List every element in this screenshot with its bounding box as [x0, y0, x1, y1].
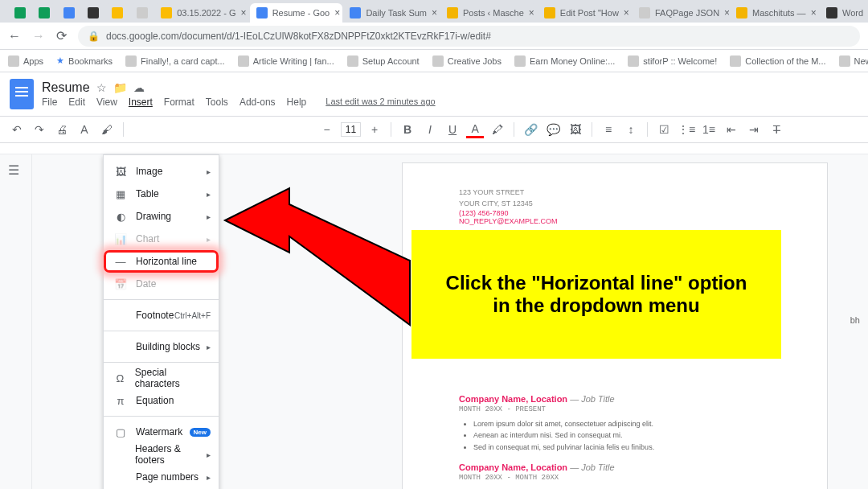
close-icon[interactable]: ×	[724, 7, 729, 18]
menu-format[interactable]: Format	[164, 97, 194, 108]
increase-indent-icon[interactable]: ⇥	[745, 121, 763, 138]
bookmark-item[interactable]: Collection of the M...	[730, 55, 825, 67]
close-icon[interactable]: ×	[529, 7, 534, 18]
browser-tab[interactable]	[8, 3, 31, 23]
menu-addons[interactable]: Add-ons	[240, 97, 276, 108]
undo-icon[interactable]: ↶	[8, 121, 26, 138]
redo-icon[interactable]: ↷	[31, 121, 48, 138]
star-icon: ★	[56, 55, 64, 66]
image-icon: 🖼	[113, 166, 128, 178]
menu-item-image[interactable]: 🖼Image▸	[104, 160, 219, 183]
increase-size-icon[interactable]: +	[366, 121, 383, 138]
browser-tab-active[interactable]: Resume - Goo×	[250, 3, 343, 23]
reload-button[interactable]: ⟳	[56, 28, 67, 43]
bookmark-item[interactable]: Earn Money Online:...	[514, 55, 615, 67]
menu-help[interactable]: Help	[287, 97, 307, 108]
browser-tab[interactable]: 03.15.2022 - G×	[154, 3, 249, 23]
tab-label: Edit Post "How	[560, 8, 619, 18]
bookmarks-folder[interactable]: ★Bookmarks	[56, 55, 113, 66]
menu-item-table[interactable]: ▦Table▸	[104, 183, 219, 205]
close-icon[interactable]: ×	[624, 7, 629, 18]
bookmark-favicon	[628, 55, 639, 67]
forward-button[interactable]: →	[32, 29, 45, 43]
close-icon[interactable]: ×	[811, 7, 817, 18]
print-icon[interactable]: 🖨	[53, 121, 71, 138]
bookmark-item[interactable]: Setup Account	[347, 55, 420, 67]
close-icon[interactable]: ×	[432, 7, 437, 18]
numbered-list-icon[interactable]: 1≡	[700, 121, 718, 138]
menu-item-page-numbers[interactable]: Page numbers▸	[104, 466, 219, 488]
menu-item-chart[interactable]: 📊Chart▸	[104, 228, 219, 250]
browser-tab[interactable]	[81, 3, 104, 23]
line-spacing-icon[interactable]: ↕	[622, 121, 640, 138]
bookmark-favicon	[432, 55, 444, 67]
docs-logo-icon[interactable]	[10, 79, 34, 109]
back-button[interactable]: ←	[8, 29, 21, 43]
menu-item-drawing[interactable]: ◐Drawing▸	[104, 205, 219, 228]
menu-item-headers-footers[interactable]: Headers & footers▸	[104, 443, 219, 466]
image-icon[interactable]: 🖼	[567, 121, 584, 138]
apps-button[interactable]: Apps	[8, 55, 43, 67]
menu-tools[interactable]: Tools	[206, 97, 228, 108]
menu-item-horizontal-line[interactable]: —Horizontal line	[104, 250, 219, 273]
bookmark-item[interactable]: Article Writing | fan...	[238, 55, 334, 67]
date-range: MONTH 20XX - PRESENT	[459, 405, 771, 413]
bold-icon[interactable]: B	[399, 121, 416, 138]
browser-tab[interactable]: Daily Task Sum×	[343, 3, 440, 23]
bookmark-item[interactable]: stiforP :: Welcome!	[628, 55, 717, 67]
address-phone: (123) 456-7890	[459, 209, 771, 217]
menu-edit[interactable]: Edit	[68, 97, 85, 108]
document-title[interactable]: Resume	[42, 80, 90, 95]
bullet-list-icon[interactable]: ⋮≡	[678, 121, 695, 138]
spellcheck-icon[interactable]: A	[76, 121, 93, 138]
clear-format-icon[interactable]: T̶	[768, 121, 785, 138]
menu-item-footnote[interactable]: FootnoteCtrl+Alt+F	[104, 304, 219, 327]
browser-tab[interactable]	[130, 3, 154, 23]
move-icon[interactable]: 📁	[113, 81, 127, 94]
browser-tab[interactable]: Posts ‹ Masche×	[440, 3, 537, 23]
highlight-icon[interactable]: 🖍	[489, 121, 506, 138]
font-size-input[interactable]: 11	[341, 122, 361, 137]
text-color-icon[interactable]: A	[466, 121, 484, 138]
cloud-icon[interactable]: ☁	[133, 81, 145, 94]
browser-tab[interactable]	[32, 3, 55, 23]
bookmark-label: Collection of the M...	[745, 56, 825, 66]
menu-item-equation[interactable]: πEquation	[104, 389, 219, 412]
menu-file[interactable]: File	[42, 97, 57, 108]
menu-item-building-blocks[interactable]: Building blocks▸	[104, 335, 219, 358]
checklist-icon[interactable]: ☑	[655, 121, 673, 138]
menu-item-date[interactable]: 📅Date	[104, 273, 219, 295]
browser-tab[interactable]	[105, 3, 129, 23]
close-icon[interactable]: ×	[241, 7, 247, 18]
star-icon[interactable]: ☆	[96, 81, 107, 94]
menu-label: Watermark	[136, 426, 182, 438]
close-icon[interactable]: ×	[334, 7, 340, 18]
menu-item-watermark[interactable]: ▢WatermarkNew	[104, 421, 219, 443]
browser-tab[interactable]	[57, 3, 80, 23]
svg-marker-0	[225, 188, 410, 325]
menu-view[interactable]: View	[96, 97, 117, 108]
paint-icon[interactable]: 🖌	[98, 121, 116, 138]
link-icon[interactable]: 🔗	[522, 121, 539, 138]
underline-icon[interactable]: U	[444, 121, 461, 138]
bookmark-item[interactable]: Finally!, a card capt...	[125, 55, 225, 67]
outline-icon[interactable]: ☰	[8, 162, 24, 179]
ruler[interactable]	[0, 143, 868, 154]
bookmark-item[interactable]: Creative Jobs	[432, 55, 502, 67]
decrease-indent-icon[interactable]: ⇤	[723, 121, 740, 138]
address-bar[interactable]: 🔒 docs.google.com/document/d/1-IEoLCzUlW…	[78, 26, 860, 47]
browser-tab[interactable]: Edit Post "How×	[538, 3, 632, 23]
menu-label: Drawing	[136, 211, 171, 222]
align-left-icon[interactable]: ≡	[600, 121, 617, 138]
comment-icon[interactable]: 💬	[544, 121, 562, 138]
decrease-size-icon[interactable]: −	[318, 121, 336, 138]
browser-tab[interactable]: FAQPage JSON×	[633, 3, 729, 23]
italic-icon[interactable]: I	[421, 121, 439, 138]
bookmark-item[interactable]: New Subscriber | Al...	[839, 55, 868, 67]
menu-insert[interactable]: Insert	[129, 97, 153, 108]
browser-tab[interactable]: Maschituts —×	[730, 3, 819, 23]
menu-item-special-chars[interactable]: ΩSpecial characters	[104, 367, 219, 389]
last-edit-status[interactable]: Last edit was 2 minutes ago	[326, 97, 435, 108]
chevron-right-icon: ▸	[207, 167, 211, 176]
browser-tab[interactable]: Word	[820, 3, 868, 23]
